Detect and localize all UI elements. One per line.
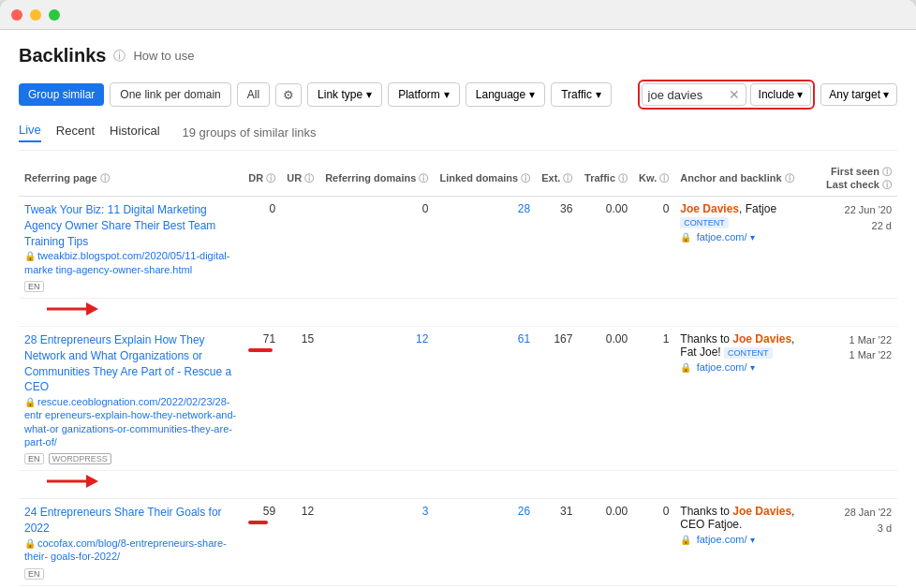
dr-value: 0: [270, 202, 276, 215]
th-traffic-info-icon: ⓘ: [618, 173, 628, 184]
cell-kw: 1: [633, 326, 674, 470]
page-title-link[interactable]: Tweak Your Biz: 11 Digital Marketing Age…: [24, 202, 237, 249]
linked-domains-link[interactable]: 26: [518, 505, 530, 518]
cell-rd: 12: [319, 326, 434, 470]
kw-value: 0: [663, 202, 670, 215]
any-target-chevron-icon: ▾: [883, 88, 889, 101]
minimize-dot[interactable]: [30, 9, 41, 21]
ext-value: 31: [560, 505, 572, 518]
cell-kw: 0: [633, 197, 674, 299]
cell-rd: 0: [319, 197, 434, 299]
anchor-dropdown-icon[interactable]: ▾: [750, 362, 755, 373]
dr-value: 71: [263, 332, 275, 345]
any-target-button[interactable]: Any target ▾: [820, 83, 897, 106]
page-url: 🔒cocofax.com/blog/8-entrepreneurs-share-…: [24, 537, 227, 562]
lang-tag: EN: [24, 568, 44, 580]
th-ext: Ext. ⓘ: [536, 162, 578, 197]
table-container: Referring page ⓘ DR ⓘ UR ⓘ Referring d: [19, 162, 897, 588]
referring-domains-val: 0: [422, 202, 429, 215]
tab-historical[interactable]: Historical: [110, 124, 159, 141]
traffic-value: 0.00: [606, 202, 628, 215]
backlink-domain[interactable]: fatjoe.com/: [697, 361, 747, 373]
cell-dr: 71: [243, 326, 281, 470]
include-button[interactable]: Include ▾: [750, 83, 812, 106]
last-check-date: 1 Mar '22: [824, 347, 892, 363]
anchor-lock-icon: 🔒: [680, 362, 691, 373]
title-bar: [0, 0, 916, 30]
th-ref-info-icon: ⓘ: [100, 173, 110, 184]
anchor-lock-icon: 🔒: [680, 232, 691, 243]
table-row: 24 Entrepreneurs Share Their Goals for 2…: [19, 499, 897, 585]
tab-recent[interactable]: Recent: [56, 124, 95, 141]
cell-traffic: 0.00: [578, 326, 633, 470]
backlink-domain[interactable]: fatjoe.com/: [697, 534, 747, 545]
cell-anchor: Joe Davies, Fatjoe CONTENT 🔒 fatjoe.com/…: [674, 197, 818, 299]
referring-domains-link[interactable]: 12: [416, 332, 428, 345]
anchor-dropdown-icon[interactable]: ▾: [750, 232, 755, 243]
anchor-text: Thanks to Joe Davies, CEO Fatjoe.: [680, 505, 794, 531]
platform-tag: WORDPRESS: [49, 453, 111, 464]
cell-ext: 167: [536, 326, 578, 470]
info-icon[interactable]: ⓘ: [113, 48, 126, 65]
ur-value: 15: [302, 332, 314, 345]
linked-domains-link[interactable]: 28: [518, 202, 530, 215]
language-dropdown[interactable]: Language ▾: [465, 82, 545, 107]
tabs-row: Live Recent Historical 19 groups of simi…: [19, 123, 897, 151]
search-input[interactable]: [648, 88, 723, 102]
th-dr-info-icon: ⓘ: [266, 173, 275, 184]
anchor-dropdown-icon[interactable]: ▾: [750, 535, 755, 545]
group-similar-button[interactable]: Group similar: [19, 83, 104, 106]
close-dot[interactable]: [11, 9, 22, 21]
backlink-domain[interactable]: fatjoe.com/: [697, 231, 747, 243]
page-title-link[interactable]: 24 Entrepreneurs Share Their Goals for 2…: [24, 505, 237, 537]
referring-domains-link[interactable]: 3: [422, 505, 429, 518]
table-header-row: Referring page ⓘ DR ⓘ UR ⓘ Referring d: [19, 162, 897, 197]
th-anchor-info-icon: ⓘ: [785, 173, 794, 184]
lock-icon: 🔒: [24, 538, 36, 549]
traffic-value: 0.00: [606, 505, 628, 518]
kw-value: 0: [663, 505, 670, 518]
th-traffic: Traffic ⓘ: [578, 162, 633, 197]
th-ur: UR ⓘ: [281, 162, 319, 197]
link-type-label: Link type: [318, 88, 362, 101]
last-check-date: 3 d: [824, 521, 892, 537]
anchor-lock-icon: 🔒: [680, 535, 691, 545]
page-url: 🔒tweakbiz.blogspot.com/2020/05/11-digita…: [24, 250, 229, 274]
cell-traffic: 0.00: [578, 197, 633, 299]
traffic-value: 0.00: [606, 332, 628, 345]
cell-ext: 31: [536, 499, 578, 585]
table-row: 28 Entrepreneurs Explain How They Networ…: [19, 326, 897, 470]
all-button[interactable]: All: [237, 82, 270, 107]
settings-button[interactable]: ⚙: [275, 83, 302, 107]
content-badge: CONTENT: [724, 347, 773, 359]
how-to-use-link[interactable]: How to use: [133, 49, 194, 63]
page-header: Backlinks ⓘ How to use: [19, 45, 897, 66]
cell-ld: 26: [434, 499, 536, 585]
table-row: Tweak Your Biz: 11 Digital Marketing Age…: [19, 197, 897, 299]
cell-kw: 0: [633, 499, 674, 585]
lang-tag: EN: [24, 281, 44, 292]
svg-marker-1: [86, 302, 98, 316]
traffic-dropdown[interactable]: Traffic ▾: [551, 82, 612, 107]
th-rd-info-icon: ⓘ: [419, 173, 428, 184]
cell-rd: 3: [319, 499, 434, 585]
maximize-dot[interactable]: [49, 9, 60, 21]
first-seen-date: 1 Mar '22: [824, 332, 892, 348]
page-title-link[interactable]: 28 Entrepreneurs Explain How They Networ…: [24, 332, 237, 395]
clear-search-button[interactable]: ✕: [729, 87, 740, 102]
ext-value: 167: [554, 332, 572, 345]
lock-icon: 🔒: [24, 251, 36, 261]
link-type-dropdown[interactable]: Link type ▾: [307, 82, 382, 107]
kw-value: 1: [663, 332, 670, 345]
th-kw-info-icon: ⓘ: [659, 173, 669, 184]
arrow-row: [19, 471, 897, 499]
one-link-button[interactable]: One link per domain: [110, 82, 230, 107]
anchor-text: Joe Davies, Fatjoe: [680, 202, 776, 215]
linked-domains-link[interactable]: 61: [518, 332, 530, 345]
platform-dropdown[interactable]: Platform ▾: [388, 82, 460, 107]
dr-value: 59: [263, 505, 275, 518]
tab-live[interactable]: Live: [19, 123, 41, 142]
th-kw: Kw. ⓘ: [633, 162, 674, 197]
page-title: Backlinks: [19, 45, 106, 66]
th-first-seen: First seen ⓘ Last check ⓘ: [819, 162, 897, 197]
